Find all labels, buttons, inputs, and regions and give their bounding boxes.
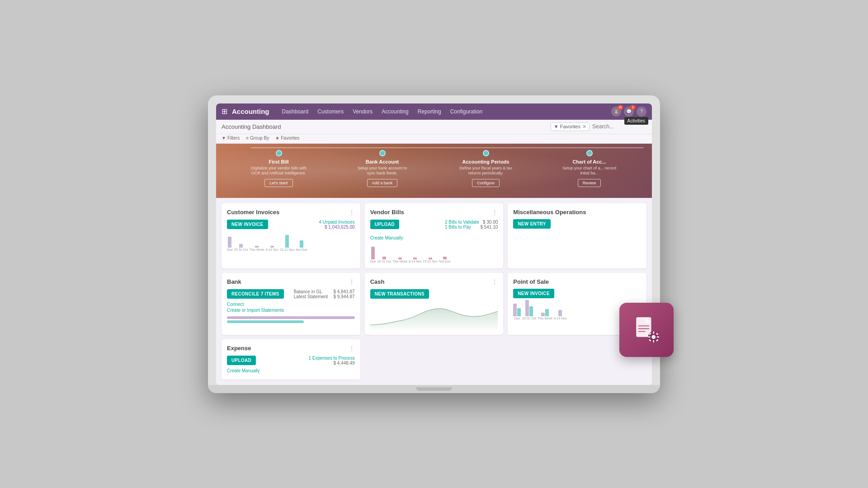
bank-card: Bank ⋮ RECONCILE 7 ITEMS Balance in GL $… xyxy=(222,273,360,335)
nav-vendors[interactable]: Vendors xyxy=(349,107,376,117)
banner-step-chart-of-accounts: Chart of Acc... Setup your chart of a...… xyxy=(560,150,619,187)
bank-menu[interactable]: ⋮ xyxy=(349,278,355,286)
vb-chart-label-nov8: 8-14 Nov xyxy=(409,260,421,263)
expense-upload-button[interactable]: UPLOAD xyxy=(227,356,256,365)
pos-chart-label-due: Due xyxy=(514,317,520,320)
new-entry-button[interactable]: NEW ENTRY xyxy=(513,219,550,229)
nav-reporting[interactable]: Reporting xyxy=(414,107,445,117)
misc-ops-title: Miscellaneous Operations xyxy=(513,209,586,216)
chart-label-due: Due xyxy=(227,248,233,251)
setup-banner: First Bill Digitalize your vendor bills … xyxy=(216,144,652,198)
pos-chart-label-oct: 25-31 Oct xyxy=(522,317,536,320)
nav-dashboard[interactable]: Dashboard xyxy=(278,107,312,117)
floating-document-icon xyxy=(619,303,674,357)
chart-label-nov8: 8-14 Nov xyxy=(266,248,278,251)
vb-chart-label-oct: 25-31 Oct xyxy=(377,260,392,263)
nav-right: ⏳ 35 💬 9 ? xyxy=(611,107,646,117)
cash-menu[interactable]: ⋮ xyxy=(491,278,498,286)
app-title: Accounting xyxy=(232,108,269,115)
vendor-bills-title: Vendor Bills xyxy=(370,209,404,216)
upload-button[interactable]: UPLOAD xyxy=(370,220,399,229)
filter-tag-label: Favorites xyxy=(560,124,580,129)
vb-chart-label-nov15: 15-21 Nov xyxy=(423,260,438,263)
new-invoice-button[interactable]: NEW INVOICE xyxy=(227,220,268,229)
step-desc-1: Digitalize your vendor bills with OCR an… xyxy=(250,166,308,176)
expense-title: Expense xyxy=(227,345,251,352)
balance-gl-label: Balance in GL xyxy=(294,289,322,294)
bills-to-pay-value: $ 541.10 xyxy=(480,225,498,230)
nav-customers[interactable]: Customers xyxy=(314,107,347,117)
filters-btn[interactable]: ▼ Filters xyxy=(222,136,240,141)
cash-chart xyxy=(370,302,498,329)
new-transactions-button[interactable]: NEW TRANSACTIONS xyxy=(370,289,429,299)
step-btn-3[interactable]: Configure xyxy=(472,179,500,187)
vendor-create-manually-link[interactable]: Create Manually xyxy=(370,235,403,240)
svg-point-5 xyxy=(651,335,656,339)
banner-step-accounting-periods: Accounting Periods Define your fiscal ye… xyxy=(457,150,515,187)
filter-icon: ▼ xyxy=(222,136,226,141)
vb-chart-label-notdue: Not Due xyxy=(439,260,451,263)
expense-menu[interactable]: ⋮ xyxy=(349,345,355,352)
step-title-3: Accounting Periods xyxy=(462,159,509,164)
star-icon: ★ xyxy=(275,136,279,141)
customer-invoices-title: Customer Invoices xyxy=(227,209,279,216)
banner-steps: First Bill Digitalize your vendor bills … xyxy=(227,150,641,187)
step-btn-2[interactable]: Add a bank xyxy=(367,179,398,187)
bank-bar-purple xyxy=(227,316,355,319)
filter-row: ▼ Filters ≡ Group By ★ Favorites xyxy=(216,134,652,144)
clock-icon-btn[interactable]: ⏳ 35 xyxy=(611,107,621,117)
document-settings-icon xyxy=(631,314,662,346)
nav-links: Dashboard Customers Vendors Accounting R… xyxy=(278,107,612,117)
step-title-4: Chart of Acc... xyxy=(572,159,606,164)
expense-card: Expense ⋮ UPLOAD 1 Expenses to Process $… xyxy=(222,339,360,380)
activities-tooltip: Activities xyxy=(624,117,648,125)
search-bar: Accounting Dashboard ▼ Favorites ✕ xyxy=(216,120,652,134)
chart-label-nov15: 15-21 Nov xyxy=(280,248,294,251)
filter-tag-close[interactable]: ✕ xyxy=(582,124,586,130)
apps-icon[interactable]: ⊞ xyxy=(222,107,227,116)
step-btn-4[interactable]: Review xyxy=(578,179,601,187)
step-dot-4 xyxy=(586,150,593,156)
bank-create-import-link[interactable]: Create or Import Statements xyxy=(227,308,355,313)
step-desc-2: Setup your bank account to sync bank fee… xyxy=(353,166,412,176)
banner-step-first-bill: First Bill Digitalize your vendor bills … xyxy=(250,150,308,187)
expenses-value: $ 4,448.49 xyxy=(333,361,354,366)
nav-accounting[interactable]: Accounting xyxy=(378,107,412,117)
svg-rect-6 xyxy=(653,331,654,333)
dashboard-grid: Customer Invoices ⋮ NEW INVOICE 4 Unpaid… xyxy=(216,198,652,385)
help-icon-btn[interactable]: ? xyxy=(637,107,646,117)
chat-badge: 9 xyxy=(630,105,636,110)
customer-invoices-card: Customer Invoices ⋮ NEW INVOICE 4 Unpaid… xyxy=(222,203,360,268)
expense-create-manually-link[interactable]: Create Manually xyxy=(227,368,355,373)
page-title: Accounting Dashboard xyxy=(222,123,281,130)
bills-to-validate-value: $ 30.00 xyxy=(483,220,498,225)
favorites-filter-tag[interactable]: ▼ Favorites ✕ xyxy=(551,122,590,131)
svg-rect-9 xyxy=(657,336,659,338)
bills-to-pay-label: 1 Bills to Pay xyxy=(445,225,471,230)
svg-rect-8 xyxy=(648,336,651,338)
customer-invoices-menu[interactable]: ⋮ xyxy=(349,209,355,216)
nav-configuration[interactable]: Configuration xyxy=(447,107,486,117)
expenses-label: 1 Expenses to Process xyxy=(308,356,354,361)
step-btn-1[interactable]: Let's start! xyxy=(264,179,293,187)
pos-new-invoice-button[interactable]: NEW INVOICE xyxy=(513,289,554,298)
svg-rect-7 xyxy=(653,340,654,342)
bank-title: Bank xyxy=(227,278,241,285)
favorites-btn[interactable]: ★ Favorites xyxy=(275,136,299,141)
chart-label-thisweek: This Week xyxy=(250,248,264,251)
filter-funnel-icon: ▼ xyxy=(554,124,559,129)
step-title-2: Bank Account xyxy=(366,159,399,164)
vendor-bills-card: Vendor Bills ⋮ UPLOAD 2 Bills to Validat… xyxy=(365,203,504,268)
pos-chart-label-nov8: 8-14 Nov xyxy=(554,317,566,320)
cash-card: Cash ⋮ NEW TRANSACTIONS xyxy=(365,273,504,335)
latest-statement-label: Latest Statement xyxy=(294,294,328,299)
group-by-btn[interactable]: ≡ Group By xyxy=(246,136,269,141)
vendor-bills-chart: Due 25-31 Oct This Week 8-14 Nov xyxy=(370,245,498,263)
bank-connect-link[interactable]: Connect xyxy=(227,302,355,307)
reconcile-button[interactable]: RECONCILE 7 ITEMS xyxy=(227,289,284,299)
bills-to-validate-label: 2 Bills to Validate xyxy=(445,220,479,225)
chat-icon-btn[interactable]: 💬 9 xyxy=(624,107,634,117)
vb-chart-label-due: Due xyxy=(370,260,376,263)
vendor-bills-menu[interactable]: ⋮ xyxy=(491,209,498,216)
bank-bar-teal xyxy=(227,320,304,323)
